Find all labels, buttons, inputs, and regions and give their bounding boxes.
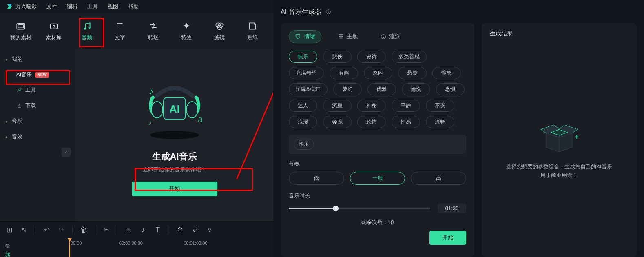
mark-icon[interactable]: ▿: [206, 226, 213, 234]
nav-effects[interactable]: ✦ 特效: [170, 16, 203, 46]
mood-chip-10[interactable]: 梦幻: [333, 83, 362, 95]
mood-chip-19[interactable]: 浪漫: [289, 116, 317, 128]
menu-file[interactable]: 文件: [46, 3, 57, 10]
mood-chip-12[interactable]: 愉悦: [402, 83, 430, 95]
timeline-toolbar: ⊞ ↖ ↶ ↷ 🗑 ✂ ⧈ ♪ T ⏱ ⛉ ▿: [0, 221, 273, 238]
results-hint-1: 选择您想要的参数组合，生成您自己的AI音乐: [506, 163, 612, 171]
mood-chip-0[interactable]: 快乐: [289, 51, 317, 63]
music-tool-icon[interactable]: ♪: [139, 226, 147, 234]
generate-button[interactable]: 开始: [429, 231, 466, 245]
mood-chip-9[interactable]: 忙碌&疯狂: [289, 83, 328, 95]
tool-widgets-icon[interactable]: ⊞: [6, 226, 13, 234]
mood-chip-4[interactable]: 充满希望: [289, 67, 324, 79]
tab-genre[interactable]: 流派: [374, 31, 406, 43]
mood-chip-18[interactable]: 不安: [426, 100, 454, 112]
tempo-low[interactable]: 低: [289, 172, 344, 185]
tool-cursor-icon[interactable]: ↖: [20, 226, 28, 234]
menubar: 万兴喵影 文件 编辑 工具 视图 帮助: [0, 0, 273, 13]
mood-chip-2[interactable]: 史诗: [357, 51, 386, 63]
shield-icon[interactable]: ⛉: [191, 226, 199, 234]
tempo-high[interactable]: 高: [411, 172, 466, 185]
duration-slider[interactable]: [289, 208, 430, 209]
mood-chip-11[interactable]: 优雅: [367, 83, 396, 95]
nav-my-media[interactable]: 我的素材: [4, 16, 37, 46]
selected-chip[interactable]: 快乐: [294, 139, 314, 150]
dialog-header: AI 音乐生成器: [281, 5, 637, 19]
mood-chip-8[interactable]: 愤怒: [432, 67, 461, 79]
results-hint: 选择您想要的参数组合，生成您自己的AI音乐 用于商业用途！: [506, 163, 612, 180]
svg-rect-21: [328, 11, 328, 13]
nav-effects-label: 特效: [181, 34, 192, 41]
svg-point-20: [328, 11, 328, 11]
swap-icon: [148, 21, 159, 31]
mood-chip-13[interactable]: 恐惧: [436, 83, 465, 95]
nav-audio[interactable]: 音频: [71, 16, 104, 46]
duration-value: 01:30: [438, 204, 466, 213]
text-tool-icon[interactable]: T: [154, 226, 162, 234]
mood-chips: 快乐悲伤史诗多愁善感充满希望有趣悠闲悬疑愤怒忙碌&疯狂梦幻优雅愉悦恐惧迷人沉重神…: [289, 51, 466, 128]
nav-text-label: 文字: [115, 34, 125, 41]
timeline-ruler[interactable]: ⊕ ⌘ :00:00 00:00:30:00 00:01:00:00: [0, 238, 273, 257]
mood-chip-17[interactable]: 平静: [392, 100, 420, 112]
svg-point-5: [89, 27, 91, 29]
menu-view[interactable]: 视图: [108, 3, 118, 10]
duration-label: 音乐时长: [289, 192, 466, 199]
mood-chip-23[interactable]: 流畅: [426, 116, 454, 128]
divider: [95, 226, 95, 234]
sidebar-sfx[interactable]: 音效: [0, 129, 75, 144]
nav-stickers[interactable]: 贴纸: [236, 16, 269, 46]
mood-chip-3[interactable]: 多愁善感: [392, 51, 427, 63]
menu-tools[interactable]: 工具: [87, 3, 98, 10]
svg-text:♪: ♪: [148, 118, 152, 126]
main-title: 生成AI音乐: [152, 151, 197, 163]
slider-thumb[interactable]: [333, 206, 339, 211]
sidebar-music-label: 音乐: [12, 117, 22, 125]
delete-icon[interactable]: 🗑: [80, 226, 87, 234]
tab-mood[interactable]: 情绪: [289, 30, 321, 43]
nav-transition[interactable]: 转场: [137, 16, 170, 46]
remaining-label: 剩余次数：: [361, 219, 388, 225]
nav-my-media-label: 我的素材: [10, 34, 31, 41]
tempo-normal[interactable]: 一般: [350, 172, 405, 185]
sidebar-collapse-button[interactable]: ‹: [62, 148, 71, 157]
mood-chip-22[interactable]: 性感: [392, 116, 420, 128]
nav-text[interactable]: 文字: [104, 16, 137, 46]
svg-rect-24: [339, 37, 341, 39]
speed-icon[interactable]: ⏱: [177, 226, 184, 234]
ruler-track[interactable]: :00:00 00:00:30:00 00:01:00:00: [24, 238, 273, 257]
tab-theme[interactable]: 主题: [332, 31, 364, 43]
tab-genre-label: 流派: [389, 33, 401, 40]
svg-point-26: [381, 35, 386, 39]
mood-chip-1[interactable]: 悲伤: [323, 51, 352, 63]
sidebar-tools[interactable]: 工具: [0, 82, 75, 98]
nav-filters[interactable]: 滤镜: [203, 16, 236, 46]
cut-icon[interactable]: ✂: [102, 226, 110, 234]
grid-icon: [338, 33, 344, 40]
mood-chip-6[interactable]: 悠闲: [364, 67, 392, 79]
sidebar-my[interactable]: 我的: [0, 51, 75, 67]
svg-point-27: [383, 36, 384, 37]
menu-help[interactable]: 帮助: [128, 3, 139, 10]
duration-row: 01:30: [289, 204, 466, 213]
mood-chip-7[interactable]: 悬疑: [398, 67, 427, 79]
menu-edit[interactable]: 编辑: [67, 3, 77, 10]
undo-icon[interactable]: ↶: [43, 226, 50, 234]
mood-chip-5[interactable]: 有趣: [330, 67, 358, 79]
mood-chip-16[interactable]: 神秘: [357, 100, 386, 112]
sidebar-music[interactable]: 音乐: [0, 113, 75, 129]
mood-chip-14[interactable]: 迷人: [289, 100, 317, 112]
info-icon[interactable]: [325, 9, 331, 15]
nav-library[interactable]: 素材库: [37, 16, 70, 46]
start-button[interactable]: 开始: [132, 182, 217, 196]
link-icon[interactable]: ⌘: [5, 251, 11, 257]
svg-text:♫: ♫: [197, 115, 203, 124]
ai-music-visual: AI ♪ ♫ ♪: [140, 74, 209, 143]
redo-icon[interactable]: ↷: [58, 226, 65, 234]
mood-chip-20[interactable]: 奔跑: [323, 116, 352, 128]
mood-chip-15[interactable]: 沉重: [323, 100, 352, 112]
sidebar-ai-music[interactable]: AI音乐 NEW: [0, 67, 75, 82]
crop-icon[interactable]: ⧈: [125, 226, 132, 234]
sidebar-download[interactable]: 下载: [0, 98, 75, 113]
add-track-icon[interactable]: ⊕: [5, 242, 11, 249]
mood-chip-21[interactable]: 恐怖: [357, 116, 386, 128]
